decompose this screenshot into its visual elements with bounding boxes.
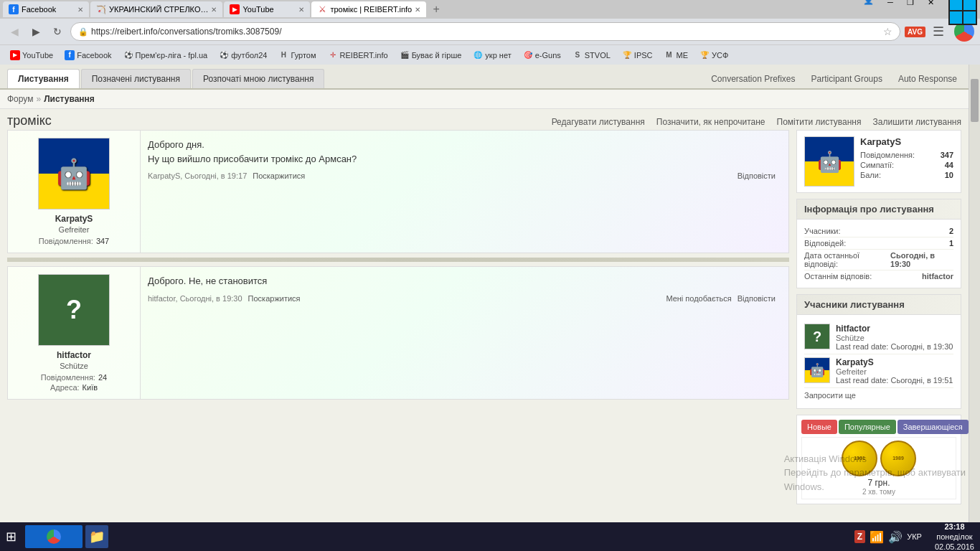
bookmark-reibert[interactable]: ✛ REIBERT.info — [324, 49, 392, 62]
forum-nav-right: Conversation Prefixes Participant Groups… — [707, 70, 961, 88]
taskbar-z-icon[interactable]: Z — [854, 530, 865, 543]
bookmark-fpl[interactable]: ⚽ Прем'єр-ліга - fpl.ua — [119, 49, 212, 62]
tab-ukrainskiy[interactable]: 🏹 УКРАИНСКИЙ СТРЕЛКО… ✕ — [90, 1, 222, 17]
breadcrumb-forum-link[interactable]: Форум — [7, 94, 33, 104]
flag-link[interactable]: Помітити листування — [777, 117, 862, 127]
message-reply-1[interactable]: Відповісти — [738, 171, 776, 180]
bookmark-star-icon[interactable]: ☆ — [883, 26, 892, 37]
profile-name[interactable]: KarpatyS — [860, 136, 953, 147]
coin-text-1: 1961 — [854, 456, 865, 461]
refresh-button[interactable]: ↻ — [49, 23, 66, 40]
avast-icon[interactable]: AVG — [905, 27, 925, 37]
taskbar-chrome[interactable] — [25, 525, 83, 548]
tab-ukrainskiy-close[interactable]: ✕ — [211, 6, 217, 14]
ad-coin-1: 1961 — [842, 441, 877, 476]
participant-name-karpatys[interactable]: KarpatyS — [836, 357, 953, 367]
bookmark-ukrnet[interactable]: 🌐 укр нет — [468, 49, 515, 62]
info-val-last-date: Сьогодні, в 19:30 — [890, 251, 953, 268]
profile-messages-val: 347 — [941, 151, 953, 159]
profile-likes-val: 44 — [945, 161, 953, 169]
close-button[interactable]: ✕ — [921, 0, 940, 9]
bookmark-youtube[interactable]: ▶ YouTube — [6, 49, 57, 62]
mark-unread-link[interactable]: Позначити, як непрочитане — [656, 117, 765, 127]
bookmark-eguns[interactable]: 🎯 e-Guns — [519, 49, 565, 62]
author-avatar-2: ? — [38, 274, 110, 346]
participant-name-hitfactor[interactable]: hitfactor — [836, 324, 953, 334]
edit-conversation-link[interactable]: Редагувати листування — [552, 117, 645, 127]
bookmark-buvaye[interactable]: 🎬 Буває й гірше — [395, 49, 466, 62]
sidebar-user-card: 🤖 KarpatyS Повідомлення: 347 — [796, 130, 961, 193]
tab-reibert[interactable]: ⚔ тромікс | REIBERT.info ✕ — [311, 1, 426, 17]
message-timestamp-1: KarpatyS, Сьогодні, в 19:17 — [148, 171, 247, 180]
invite-link[interactable]: Запросити ще — [804, 388, 953, 402]
profile-info: KarpatyS Повідомлення: 347 Симпатії: 44 — [860, 136, 953, 180]
bookmark-me[interactable]: M ME — [660, 49, 693, 62]
restore-button[interactable]: ❐ — [901, 0, 920, 9]
scroll-thumb[interactable] — [971, 79, 979, 122]
author-name-2[interactable]: hitfactor — [57, 350, 91, 360]
bookmark-gurtom[interactable]: H Гуртом — [274, 49, 320, 62]
facebook-bookmark-icon: f — [65, 50, 75, 60]
action-links: Редагувати листування Позначити, як непр… — [552, 117, 961, 127]
back-button[interactable]: ◀ — [6, 23, 23, 40]
start-button[interactable]: ⊞ — [6, 529, 17, 545]
taskbar: ⊞ 📁 Z 📶 🔊 УКР 23:18 понеділок 02.05.2016 — [0, 522, 980, 551]
tab-facebook[interactable]: f Facebook ✕ — [3, 1, 89, 17]
message-author-1: 🤖 KarpatyS Gefreiter Повідомлення: 347 — [8, 131, 141, 253]
bookmark-futbol24[interactable]: ⚽ футбол24 — [215, 49, 271, 62]
author-name-1[interactable]: KarpatyS — [55, 214, 93, 224]
minimize-button[interactable]: ─ — [881, 0, 900, 9]
tab-lystuvannya[interactable]: Листування — [7, 69, 80, 88]
taskbar-time: 23:18 — [935, 522, 974, 532]
browser-menu-icon[interactable]: ☰ — [930, 22, 947, 41]
leave-link[interactable]: Залишити листування — [873, 117, 962, 127]
ads-tab-new[interactable]: Новые — [801, 420, 837, 434]
ads-tab-popular[interactable]: Популярные — [839, 420, 896, 434]
auto-response-link[interactable]: Auto Response — [894, 70, 961, 88]
svg-rect-3 — [963, 11, 976, 24]
info-val-last-user: hitfactor — [922, 272, 953, 281]
taskbar-volume-icon[interactable]: 🔊 — [888, 530, 903, 544]
message-line-1-1: Доброго дня. — [148, 138, 781, 152]
tab-reibert-close[interactable]: ✕ — [415, 6, 420, 14]
participant-groups-link[interactable]: Participant Groups — [807, 70, 887, 88]
message-like-2[interactable]: Мені подобається — [666, 294, 731, 303]
bookmark-facebook[interactable]: f Facebook — [60, 49, 116, 62]
profile-stat-messages: Повідомлення: 347 — [860, 150, 953, 160]
forward-button[interactable]: ▶ — [27, 23, 44, 40]
scroll-track[interactable] — [969, 65, 980, 522]
message-reply-2[interactable]: Відповісти — [738, 294, 776, 303]
ad-item[interactable]: 1961 1989 7 грн. 2 хв. тому — [801, 437, 956, 499]
message-report-2[interactable]: Поскаржитися — [248, 294, 301, 303]
tab-rozpochati[interactable]: Розпочаті мною листування — [192, 69, 324, 88]
sidebar-info-title: Інформація про листування — [804, 204, 953, 215]
participant-rank-karpatys: Gefreiter — [836, 367, 953, 376]
bookmark-ipsc[interactable]: 🏆 IPSC — [618, 49, 657, 62]
bookmark-stvol[interactable]: S STVOL — [568, 49, 615, 62]
taskbar-folder[interactable]: 📁 — [85, 525, 108, 548]
info-label-participants: Учасники: — [804, 227, 841, 235]
tab-poznacheni[interactable]: Позначені листування — [81, 69, 191, 88]
participant-read-val-hitfactor: Сьогодні, в 19:30 — [890, 342, 953, 351]
profile-likes-label: Симпатії: — [860, 161, 894, 169]
chrome-taskbar-icon — [47, 529, 61, 544]
svg-rect-1 — [963, 0, 976, 10]
participant-read-label-karpatys: Last read date: — [836, 376, 888, 385]
conversation-prefixes-link[interactable]: Conversation Prefixes — [707, 70, 799, 88]
bookmark-ipsc-label: IPSC — [634, 51, 653, 60]
bookmark-usf[interactable]: 🏆 УСФ — [695, 49, 732, 62]
profile-stat-points: Бали: 10 — [860, 170, 953, 180]
profile-avatar-bg: 🤖 — [805, 137, 854, 186]
ads-tab-closing[interactable]: Завершающіеся — [897, 420, 969, 434]
taskbar-network-icon: 📶 — [870, 530, 884, 544]
tab-youtube[interactable]: ▶ YouTube ✕ — [224, 1, 310, 17]
message-row: 🤖 KarpatyS Gefreiter Повідомлення: 347 — [7, 130, 789, 253]
info-row-replies: Відповідей: 1 — [804, 237, 953, 250]
new-tab-button[interactable]: + — [428, 1, 445, 17]
url-bar[interactable]: 🔒 https://reibert.info/conversations/tro… — [70, 22, 900, 41]
stvol-bookmark-icon: S — [573, 50, 583, 60]
bookmark-youtube-label: YouTube — [22, 51, 53, 60]
tab-facebook-close[interactable]: ✕ — [77, 6, 83, 14]
message-report-1[interactable]: Поскаржитися — [253, 171, 305, 180]
tab-youtube-close[interactable]: ✕ — [298, 6, 304, 14]
